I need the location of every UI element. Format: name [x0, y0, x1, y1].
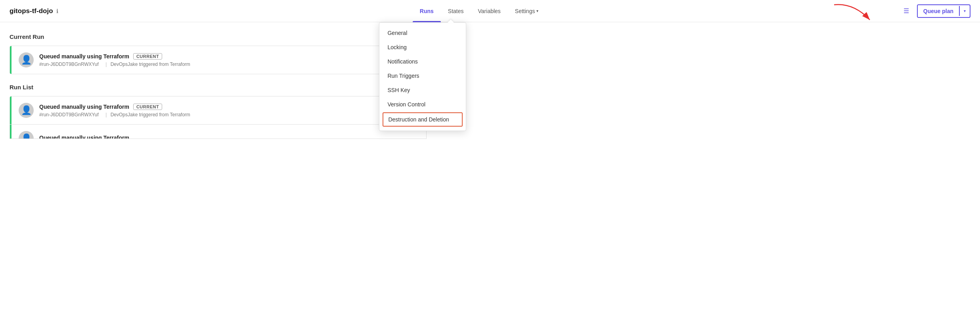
- run-meta: #run-J6DDDT9BGnRWXYuf | DevOpsJake trigg…: [39, 62, 419, 67]
- queue-plan-button[interactable]: Queue plan ▾: [917, 4, 970, 18]
- dropdown-item-notifications[interactable]: Notifications: [379, 54, 466, 69]
- dropdown-item-version-control[interactable]: Version Control: [379, 97, 466, 112]
- header: gitops-tf-dojo ℹ Runs States Variables S…: [0, 0, 980, 22]
- avatar-icon-2: 👤: [21, 105, 32, 116]
- run-title-row: Queued manually using Terraform CURRENT: [39, 53, 419, 60]
- arrow-annotation: [830, 1, 878, 25]
- nav-item-variables[interactable]: Variables: [471, 0, 508, 22]
- run-info-3: Queued manually using Terraform: [39, 135, 419, 139]
- run-title-row-2: Queued manually using Terraform CURRENT: [39, 104, 419, 110]
- current-run-card-inner: 👤 Queued manually using Terraform CURREN…: [10, 46, 426, 74]
- current-badge-2: CURRENT: [133, 104, 162, 110]
- avatar-icon: 👤: [21, 55, 32, 65]
- dropdown-arrow: [448, 19, 454, 23]
- info-icon[interactable]: ℹ: [56, 8, 58, 14]
- header-left: gitops-tf-dojo ℹ: [10, 7, 58, 15]
- run-title-row-3: Queued manually using Terraform: [39, 135, 419, 139]
- header-right: ☰ Queue plan ▾: [900, 4, 970, 18]
- avatar-icon-3: 👤: [21, 133, 32, 139]
- run-list-title: Run List: [10, 84, 427, 90]
- settings-dropdown: General Locking Notifications Run Trigge…: [379, 22, 466, 131]
- current-run-card: 👤 Queued manually using Terraform CURREN…: [10, 46, 427, 74]
- current-run-section: Current Run 👤 Queued manually using Terr…: [10, 33, 427, 74]
- run-info-2: Queued manually using Terraform CURRENT …: [39, 104, 419, 117]
- run-list-card-1: 👤 Queued manually using Terraform CURREN…: [10, 96, 427, 125]
- run-list-card-1-inner: 👤 Queued manually using Terraform CURREN…: [10, 96, 426, 124]
- run-id-2: #run-J6DDDT9BGnRWXYuf: [39, 112, 99, 117]
- header-nav: Runs States Variables Settings ▾ General…: [413, 0, 546, 22]
- dropdown-item-run-triggers[interactable]: Run Triggers: [379, 69, 466, 83]
- nav-item-states[interactable]: States: [441, 0, 471, 22]
- avatar-2: 👤: [19, 103, 34, 118]
- avatar-3: 👤: [19, 131, 34, 139]
- main-content: Current Run 👤 Queued manually using Terr…: [0, 22, 436, 150]
- triggered-by-2: DevOpsJake triggered from Terraform: [111, 112, 190, 117]
- avatar: 👤: [19, 52, 34, 67]
- run-list-card-2-inner: 👤 Queued manually using Terraform: [10, 125, 426, 139]
- run-list-section: Run List 👤 Queued manually using Terrafo…: [10, 84, 427, 139]
- workspace-title: gitops-tf-dojo: [10, 7, 53, 15]
- run-info: Queued manually using Terraform CURRENT …: [39, 53, 419, 67]
- current-run-title: Current Run: [10, 33, 427, 40]
- dropdown-item-ssh-key[interactable]: SSH Key: [379, 83, 466, 97]
- run-id: #run-J6DDDT9BGnRWXYuf: [39, 62, 99, 67]
- settings-chevron-icon: ▾: [536, 9, 538, 13]
- dropdown-item-locking[interactable]: Locking: [379, 40, 466, 54]
- list-icon[interactable]: ☰: [900, 4, 912, 18]
- run-list-card-2: 👤 Queued manually using Terraform: [10, 125, 427, 139]
- run-title-3: Queued manually using Terraform: [39, 135, 129, 139]
- separator-2: |: [105, 112, 107, 117]
- nav-item-settings[interactable]: Settings ▾: [508, 0, 546, 22]
- dropdown-item-general[interactable]: General: [379, 26, 466, 40]
- queue-plan-chevron-icon[interactable]: ▾: [959, 6, 970, 16]
- triggered-by: DevOpsJake triggered from Terraform: [111, 62, 190, 67]
- run-meta-2: #run-J6DDDT9BGnRWXYuf | DevOpsJake trigg…: [39, 112, 419, 117]
- queue-plan-label[interactable]: Queue plan: [918, 5, 959, 17]
- separator: |: [105, 62, 107, 67]
- run-title: Queued manually using Terraform: [39, 53, 129, 60]
- nav-item-runs[interactable]: Runs: [413, 0, 441, 22]
- run-title-2: Queued manually using Terraform: [39, 104, 129, 110]
- dropdown-item-destruction-deletion[interactable]: Destruction and Deletion: [383, 112, 463, 127]
- current-badge: CURRENT: [133, 53, 162, 60]
